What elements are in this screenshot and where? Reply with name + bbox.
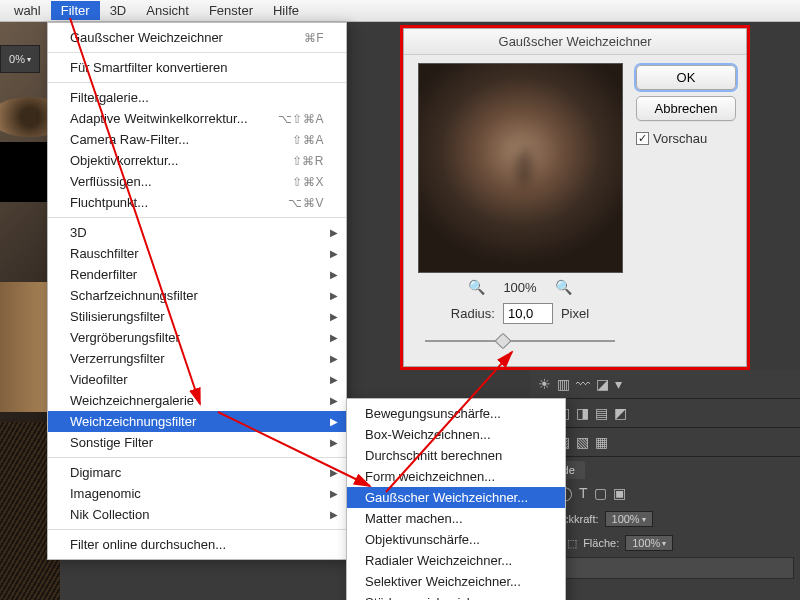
menu-item[interactable]: Verzerrungsfilter▶ <box>48 348 346 369</box>
menu-item[interactable]: Digimarc▶ <box>48 462 346 483</box>
menu-item-label: Scharfzeichnungsfilter <box>70 288 198 303</box>
menu-item-label: Adaptive Weitwinkelkorrektur... <box>70 111 248 126</box>
submenu-arrow-icon: ▶ <box>330 269 338 280</box>
levels-icon[interactable]: ▥ <box>557 376 570 392</box>
menu-shortcut: ⇧⌘X <box>292 175 324 189</box>
menu-separator <box>48 82 346 83</box>
menu-item[interactable]: Rauschfilter▶ <box>48 243 346 264</box>
right-panels: ☀ ▥ 〰 ◪ ▾ ▦ ◧ ◨ ▤ ◩ ◪ ▨ ▧ ▦ Pfade ▦ ◯ T … <box>530 370 800 600</box>
submenu-arrow-icon: ▶ <box>330 509 338 520</box>
menu-item-label: Stilisierungsfilter <box>70 309 165 324</box>
photo-icon[interactable]: ▤ <box>595 405 608 421</box>
menu-item[interactable]: Nik Collection▶ <box>48 504 346 525</box>
submenu-item[interactable]: Selektiver Weichzeichner... <box>347 571 565 592</box>
threshold-icon[interactable]: ▧ <box>576 434 589 450</box>
menu-item[interactable]: Objektivkorrektur...⇧⌘R <box>48 150 346 171</box>
menu-item[interactable]: 3D▶ <box>48 222 346 243</box>
submenu-arrow-icon: ▶ <box>330 437 338 448</box>
submenu-arrow-icon: ▶ <box>330 488 338 499</box>
fill-label: Fläche: <box>583 537 619 549</box>
menu-item[interactable]: Imagenomic▶ <box>48 483 346 504</box>
menu-item-label: Vergröberungsfilter <box>70 330 180 345</box>
menu-item[interactable]: Gaußscher Weichzeichner⌘F <box>48 27 346 48</box>
submenu-item[interactable]: Objektivunschärfe... <box>347 529 565 550</box>
menu-item[interactable]: Verflüssigen...⇧⌘X <box>48 171 346 192</box>
blur-preview-image[interactable] <box>418 63 623 273</box>
preview-checkbox[interactable]: ✓ <box>636 132 649 145</box>
submenu-item[interactable]: Bewegungsunschärfe... <box>347 403 565 424</box>
menubar-item-3d[interactable]: 3D <box>100 1 137 20</box>
submenu-arrow-icon: ▶ <box>330 395 338 406</box>
submenu-item[interactable]: Radialer Weichzeichner... <box>347 550 565 571</box>
menu-item[interactable]: Sonstige Filter▶ <box>48 432 346 453</box>
weichzeichnungsfilter-submenu: Bewegungsunschärfe...Box-Weichzeichnen..… <box>346 398 566 600</box>
shape-icon[interactable]: ▢ <box>594 485 607 501</box>
menu-item[interactable]: Für Smartfilter konvertieren <box>48 57 346 78</box>
submenu-arrow-icon: ▶ <box>330 332 338 343</box>
panel-tabs: Pfade <box>530 457 800 479</box>
text-icon[interactable]: T <box>579 485 588 501</box>
menubar-item-filter[interactable]: Filter <box>51 1 100 20</box>
smart-icon[interactable]: ▣ <box>613 485 626 501</box>
menubar: wahlFilter3DAnsichtFensterHilfe <box>0 0 800 22</box>
brightness-icon[interactable]: ☀ <box>538 376 551 392</box>
menu-item[interactable]: Scharfzeichnungsfilter▶ <box>48 285 346 306</box>
menu-item-label: Objektivkorrektur... <box>70 153 178 168</box>
menu-item-label: Fluchtpunkt... <box>70 195 148 210</box>
menu-shortcut: ⇧⌘R <box>292 154 324 168</box>
menu-item[interactable]: Renderfilter▶ <box>48 264 346 285</box>
exposure-icon[interactable]: ◪ <box>596 376 609 392</box>
adjustments-icon-row-3: ◪ ▨ ▧ ▦ <box>530 428 800 457</box>
fill-field[interactable]: 100%▾ <box>625 535 673 551</box>
radius-slider[interactable] <box>425 334 615 348</box>
menu-item[interactable]: Fluchtpunkt...⌥⌘V <box>48 192 346 213</box>
zoom-out-icon[interactable]: 🔍 <box>468 279 485 295</box>
zoom-level-field[interactable]: 0%▾ <box>0 45 40 73</box>
menu-item[interactable]: Weichzeichnungsfilter▶ <box>48 411 346 432</box>
submenu-arrow-icon: ▶ <box>330 353 338 364</box>
menu-item[interactable]: Videofilter▶ <box>48 369 346 390</box>
menu-item-label: Rauschfilter <box>70 246 139 261</box>
zoom-level-label: 100% <box>503 280 536 295</box>
menu-item-label: Videofilter <box>70 372 128 387</box>
submenu-item[interactable]: Box-Weichzeichnen... <box>347 424 565 445</box>
radius-label: Radius: <box>451 306 495 321</box>
more-icon[interactable]: ▾ <box>615 376 622 392</box>
menubar-item-ansicht[interactable]: Ansicht <box>136 1 199 20</box>
submenu-arrow-icon: ▶ <box>330 416 338 427</box>
menu-item[interactable]: Weichzeichnergalerie▶ <box>48 390 346 411</box>
channel-icon[interactable]: ◩ <box>614 405 627 421</box>
menubar-item-fenster[interactable]: Fenster <box>199 1 263 20</box>
menu-item-label: 3D <box>70 225 87 240</box>
submenu-item[interactable]: Matter machen... <box>347 508 565 529</box>
submenu-arrow-icon: ▶ <box>330 227 338 238</box>
dialog-title: Gaußscher Weichzeichner <box>404 29 746 55</box>
submenu-arrow-icon: ▶ <box>330 374 338 385</box>
menu-item[interactable]: Vergröberungsfilter▶ <box>48 327 346 348</box>
opacity-field[interactable]: 100%▾ <box>605 511 653 527</box>
submenu-item[interactable]: Durchschnitt berechnen <box>347 445 565 466</box>
menu-item[interactable]: Camera Raw-Filter...⇧⌘A <box>48 129 346 150</box>
bw-icon[interactable]: ◨ <box>576 405 589 421</box>
menubar-item-wahl[interactable]: wahl <box>4 1 51 20</box>
menu-item[interactable]: Stilisierungsfilter▶ <box>48 306 346 327</box>
menu-item[interactable]: Adaptive Weitwinkelkorrektur...⌥⇧⌘A <box>48 108 346 129</box>
submenu-arrow-icon: ▶ <box>330 248 338 259</box>
menu-item[interactable]: Filtergalerie... <box>48 87 346 108</box>
cancel-button[interactable]: Abbrechen <box>636 96 736 121</box>
adjustments-icon-row: ☀ ▥ 〰 ◪ ▾ <box>530 370 800 399</box>
curves-icon[interactable]: 〰 <box>576 376 590 392</box>
menu-item-label: Weichzeichnungsfilter <box>70 414 196 429</box>
menu-item-label: Verflüssigen... <box>70 174 152 189</box>
zoom-in-icon[interactable]: 🔍 <box>555 279 572 295</box>
radius-input[interactable] <box>503 303 553 324</box>
menubar-item-hilfe[interactable]: Hilfe <box>263 1 309 20</box>
menu-shortcut: ⌘F <box>304 31 324 45</box>
menu-item[interactable]: Filter online durchsuchen... <box>48 534 346 555</box>
ok-button[interactable]: OK <box>636 65 736 90</box>
submenu-item[interactable]: Gaußscher Weichzeichner... <box>347 487 565 508</box>
submenu-item[interactable]: Stärker weichzeichnen <box>347 592 565 600</box>
layer-item[interactable]: ne 1 <box>536 557 794 579</box>
gradient-icon[interactable]: ▦ <box>595 434 608 450</box>
submenu-item[interactable]: Form weichzeichnen... <box>347 466 565 487</box>
